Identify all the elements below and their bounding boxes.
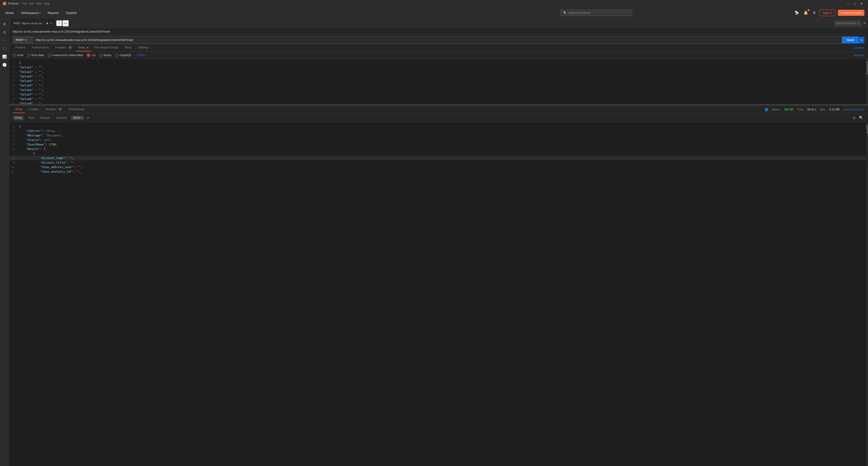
time-label: Time: [797, 108, 804, 111]
nav-explore[interactable]: Explore [64, 10, 79, 16]
response-body-editor[interactable]: 1 { 2 "IsError": false, 3 "Message": "Su… [9, 122, 868, 466]
more-tabs-button[interactable]: ••• [62, 20, 69, 26]
sidebar-environments-icon[interactable]: ⋯ [1, 37, 8, 44]
format-pretty-btn[interactable]: Pretty [13, 115, 24, 120]
response-pane: Body Cookies Headers 4 Test Results 🌐 St… [9, 106, 868, 466]
request-url-display: http://cc-ai-rb1.meacallcenter.mea.or.th… [13, 30, 864, 34]
workspaces-chevron: ▾ [39, 11, 40, 14]
beautify-button[interactable]: Beautify [854, 53, 864, 57]
search-placeholder: Search Postman [569, 11, 590, 14]
tab-method: POST [13, 22, 20, 25]
resp-tab-test-results[interactable]: Test Results [66, 106, 87, 113]
satellite-icon-btn[interactable]: 📡 [794, 10, 800, 16]
environment-selector[interactable]: No Environment ▾ [834, 21, 861, 26]
resp-tab-headers[interactable]: Headers 4 [43, 106, 65, 113]
tab-tests[interactable]: Tests [122, 44, 134, 51]
binary-radio[interactable] [99, 54, 103, 57]
sidebar-icons: ✚ ⊞ ⋯ ⬡ 📊 🕐 [0, 19, 9, 466]
send-button[interactable]: Send [842, 36, 858, 43]
request-code: 1 { 2 "Value1" : "", 3 "Value2" : "", 4 … [9, 59, 868, 104]
json-type-selector[interactable]: JSON ▾ [136, 53, 146, 57]
satellite-icon: 📡 [795, 11, 799, 15]
minimize-btn[interactable]: ─ [845, 0, 852, 7]
filter-button[interactable]: ≡ [86, 115, 90, 120]
response-code: 1 { 2 "IsError": false, 3 "Message": "Su… [9, 122, 868, 176]
tab-body[interactable]: Body [76, 44, 91, 51]
bell-icon: 🔔 [804, 11, 808, 15]
body-raw-option[interactable]: raw [87, 53, 96, 57]
response-right-actions: ⧉ 🔍 [852, 115, 864, 121]
form-data-radio[interactable] [27, 54, 30, 57]
resp-tab-body[interactable]: Body [13, 106, 25, 113]
close-btn[interactable]: ✕ [858, 0, 865, 7]
sidebar-monitor-icon[interactable]: 📊 [1, 53, 8, 60]
sidebar-collections-icon[interactable]: ⊞ [1, 29, 8, 36]
url-input[interactable] [33, 36, 842, 43]
sidebar-mock-icon[interactable]: ⬡ [1, 45, 8, 52]
search-response-btn[interactable]: 🔍 [858, 115, 864, 121]
maximize-btn[interactable]: □ [852, 0, 858, 7]
body-urlencoded-option[interactable]: x-www-form-urlencoded [48, 53, 83, 57]
main-layout: ✚ ⊞ ⋯ ⬡ 📊 🕐 POST http://cc-ai-rb1.meac..… [0, 19, 868, 466]
none-radio[interactable] [13, 54, 16, 57]
copy-response-btn[interactable]: ⧉ [852, 115, 856, 121]
bell-icon-btn[interactable]: 🔔 2 [803, 10, 809, 16]
nav-home[interactable]: Home [4, 10, 16, 16]
raw-radio[interactable] [87, 54, 90, 57]
response-format-row: Pretty Raw Preview Visualize JSON ▾ ≡ ⧉ … [9, 113, 868, 122]
request-scrollbar-thumb [866, 61, 868, 75]
create-account-button[interactable]: Create Account [838, 10, 864, 16]
body-none-option[interactable]: none [13, 53, 24, 57]
resp-line-1: 1 { [9, 124, 868, 129]
request-scrollbar-track[interactable] [866, 59, 868, 104]
tab-pre-request[interactable]: Pre-request Script [92, 44, 121, 51]
urlencoded-radio[interactable] [48, 54, 51, 57]
search-bar[interactable]: 🔍 Search Postman [560, 9, 632, 16]
resp-line-8: 8 "Account_name": "", [9, 156, 868, 161]
sign-in-button[interactable]: Sign In [819, 9, 835, 16]
tab-headers[interactable]: Headers 9 [53, 44, 75, 51]
sidebar-history-icon[interactable]: 🕐 [1, 61, 8, 68]
method-selector[interactable]: POST ▾ [13, 36, 33, 43]
new-tab-button[interactable]: + [56, 20, 62, 26]
resp-line-5: 5 "CountRows": 3786, [9, 142, 868, 147]
sidebar-new-icon[interactable]: ✚ [1, 20, 8, 28]
send-dropdown-button[interactable]: ▾ [858, 37, 864, 43]
tab-params[interactable]: Params [13, 44, 28, 51]
top-nav: Home Workspaces ▾ Reports Explore 🔍 Sear… [0, 7, 868, 19]
format-preview-btn[interactable]: Preview [38, 115, 52, 120]
response-json-selector[interactable]: JSON ▾ [71, 116, 84, 120]
code-line-6: 6 "Value5" : "", [9, 83, 868, 88]
save-response-button[interactable]: Save Response ▾ [843, 108, 864, 111]
resp-tab-cookies[interactable]: Cookies [26, 106, 42, 113]
format-visualize-btn[interactable]: Visualize [54, 115, 69, 120]
tab-right-controls: No Environment ▾ 👁 [834, 21, 866, 26]
tab-settings[interactable]: Settings [135, 44, 151, 51]
status-value: 200 OK [784, 108, 794, 111]
request-body-editor[interactable]: 1 { 2 "Value1" : "", 3 "Value2" : "", 4 … [9, 59, 868, 104]
env-eye-button[interactable]: 👁 [863, 22, 866, 25]
tab-close-btn[interactable]: ✕ [50, 22, 53, 25]
body-form-data-option[interactable]: form-data [27, 53, 44, 57]
body-graphql-option[interactable]: GraphQL [115, 53, 131, 57]
tab-authorization[interactable]: Authorization [29, 44, 52, 51]
nav-workspaces[interactable]: Workspaces ▾ [19, 10, 42, 16]
response-scrollbar-track[interactable] [866, 122, 868, 466]
env-label: No Environment [837, 22, 856, 25]
resp-line-10: 10 "Case_address_user": "", [9, 165, 868, 169]
code-line-7: 7 "Value6" : "", [9, 88, 868, 92]
response-status-bar: 🌐 Status: 200 OK Time: 26.41 s Size: 6.2… [765, 108, 864, 111]
tab-modified-dot [46, 22, 48, 24]
notification-badge: 2 [808, 9, 809, 11]
graphql-radio[interactable] [115, 54, 119, 57]
format-raw-btn[interactable]: Raw [26, 115, 36, 120]
cookies-link[interactable]: Cookies [854, 46, 864, 49]
method-label: POST [16, 38, 24, 41]
body-binary-option[interactable]: binary [99, 53, 112, 57]
nav-reports[interactable]: Reports [46, 10, 61, 16]
nav-right: 📡 🔔 2 ⚙ Sign In Create Account [794, 9, 864, 16]
response-tabs-row: Body Cookies Headers 4 Test Results 🌐 St… [9, 106, 868, 113]
request-tab-0[interactable]: POST http://cc-ai-rb1.meac... ✕ [11, 19, 56, 28]
settings-icon-btn[interactable]: ⚙ [812, 10, 817, 16]
code-line-3: 3 "Value2" : "", [9, 70, 868, 74]
